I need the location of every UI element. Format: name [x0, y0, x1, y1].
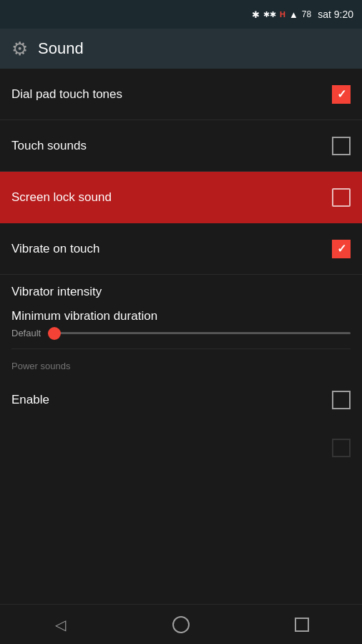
checkmark-icon-2: ✓	[337, 243, 346, 255]
signal-icon: ▲	[289, 9, 298, 20]
touch-sounds-item[interactable]: Touch sounds	[0, 120, 362, 172]
vibrate-on-touch-label: Vibrate on touch	[11, 242, 100, 256]
recents-button[interactable]	[285, 608, 319, 642]
enable-item[interactable]: Enable	[0, 374, 362, 426]
home-icon	[172, 616, 190, 633]
partial-checkbox	[332, 439, 351, 457]
home-button[interactable]	[164, 608, 198, 642]
min-vibration-duration-label: Minimum vibration duration	[11, 309, 157, 323]
power-sounds-section: Power sounds	[0, 349, 362, 374]
vibration-duration-slider-row[interactable]: Default	[0, 323, 362, 348]
checkmark-icon: ✓	[337, 89, 346, 100]
recents-icon	[295, 618, 309, 632]
status-bar: ✱ ✱✱ H ▲ 78 sat 9:20	[0, 0, 362, 29]
page-title: Sound	[38, 39, 84, 58]
vibrate-on-touch-item[interactable]: Vibrate on touch ✓	[0, 223, 362, 275]
min-vibration-duration-item[interactable]: Minimum vibration duration	[0, 302, 362, 323]
screen-lock-sound-item[interactable]: Screen lock sound	[0, 172, 362, 223]
dial-pad-touch-tones-checkbox[interactable]: ✓	[332, 85, 351, 104]
vibrate-on-touch-checkbox[interactable]: ✓	[332, 240, 351, 258]
network-type-icon: H	[280, 10, 285, 19]
battery-icon: 78	[302, 9, 311, 19]
slider-default-label: Default	[11, 328, 41, 338]
back-button[interactable]: ◁	[43, 608, 77, 642]
dial-pad-touch-tones-item[interactable]: Dial pad touch tones ✓	[0, 69, 362, 120]
screen-lock-sound-label: Screen lock sound	[11, 190, 112, 205]
enable-checkbox[interactable]	[332, 391, 351, 409]
status-icons: ✱ ✱✱ H ▲ 78 sat 9:20	[252, 9, 353, 20]
navigation-bar: ◁	[0, 604, 362, 644]
partial-item	[0, 426, 362, 460]
bluetooth-icon: ✱	[252, 9, 260, 20]
vibrator-intensity-item[interactable]: Vibrator intensity	[0, 275, 362, 302]
vibrator-intensity-label: Vibrator intensity	[11, 285, 102, 298]
enable-label: Enable	[11, 393, 49, 407]
touch-sounds-checkbox[interactable]	[332, 137, 351, 155]
status-time: sat 9:20	[318, 9, 353, 20]
back-icon: ◁	[55, 616, 66, 633]
power-sounds-label: Power sounds	[11, 361, 70, 371]
touch-sounds-label: Touch sounds	[11, 139, 87, 153]
screen-lock-sound-checkbox[interactable]	[332, 188, 351, 207]
settings-list: Dial pad touch tones ✓ Touch sounds Scre…	[0, 69, 362, 460]
page-header: ⚙ Sound	[0, 29, 362, 69]
bluetooth-connecting-icon: ✱✱	[263, 10, 276, 19]
slider-thumb[interactable]	[48, 327, 61, 340]
settings-gear-icon: ⚙	[11, 38, 28, 60]
vibration-duration-slider[interactable]	[48, 332, 351, 334]
dial-pad-touch-tones-label: Dial pad touch tones	[11, 87, 122, 102]
